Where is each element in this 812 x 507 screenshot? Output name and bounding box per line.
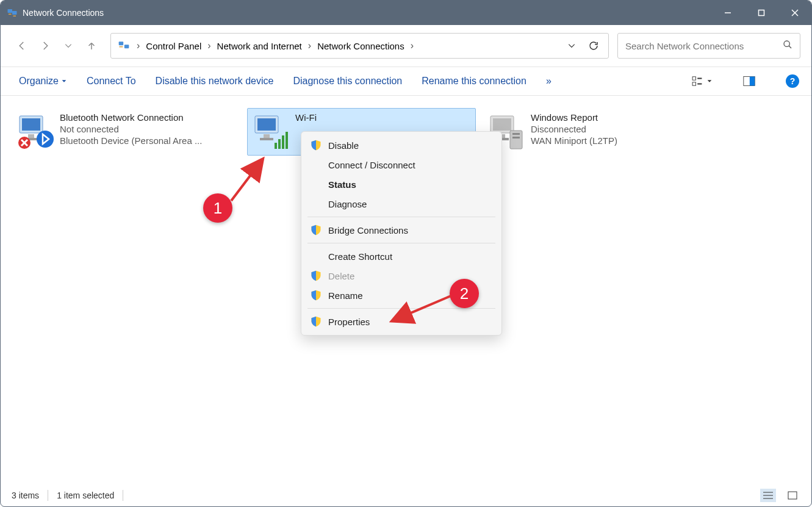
up-button[interactable] (81, 35, 102, 56)
ctx-status[interactable]: Status (301, 174, 501, 194)
details-view-button[interactable] (760, 489, 776, 502)
ctx-diagnose[interactable]: Diagnose (301, 194, 501, 214)
back-button[interactable] (12, 35, 32, 56)
svg-rect-18 (750, 77, 755, 86)
breadcrumb-chevron-icon[interactable]: › (304, 40, 315, 51)
svg-rect-32 (286, 132, 288, 149)
title-bar: Network Connections (1, 1, 811, 25)
connection-status: Disconnected (531, 124, 617, 134)
ctx-disable[interactable]: Disable (301, 135, 501, 155)
ctx-create-shortcut[interactable]: Create Shortcut (301, 246, 501, 266)
overflow-button[interactable]: » (546, 76, 552, 87)
status-separator (123, 490, 123, 501)
connect-to-button[interactable]: Connect To (87, 76, 136, 87)
svg-rect-3 (13, 16, 16, 17)
shield-icon (310, 139, 322, 151)
svg-rect-20 (22, 118, 40, 131)
shield-icon (310, 270, 322, 282)
svg-line-40 (231, 160, 262, 201)
nav-bar: › Control Panel › Network and Internet ›… (1, 25, 811, 67)
svg-rect-34 (493, 118, 511, 131)
shield-icon (310, 289, 322, 301)
breadcrumb-chevron-icon[interactable]: › (407, 40, 417, 51)
help-icon: ? (786, 74, 799, 88)
svg-rect-31 (282, 135, 284, 149)
rename-connection-button[interactable]: Rename this connection (422, 76, 526, 87)
search-box[interactable] (617, 33, 800, 59)
svg-rect-15 (692, 82, 695, 85)
connection-status: Not connected (60, 124, 202, 134)
connection-name: Bluetooth Network Connection (60, 112, 202, 123)
minimize-button[interactable] (711, 1, 744, 25)
network-connections-icon (7, 7, 18, 18)
refresh-button[interactable] (583, 40, 605, 51)
connection-device: WAN Miniport (L2TP) (531, 135, 617, 146)
breadcrumb-chevron-icon[interactable]: › (133, 40, 143, 51)
svg-rect-38 (512, 133, 520, 135)
connection-device: Bluetooth Device (Personal Area ... (60, 135, 202, 146)
svg-rect-39 (512, 137, 520, 138)
shield-icon (310, 315, 322, 328)
svg-rect-9 (124, 45, 129, 48)
shield-icon (310, 224, 322, 236)
status-item-count: 3 items (12, 491, 39, 500)
command-bar: Organize Connect To Disable this network… (1, 67, 811, 96)
maximize-button[interactable] (744, 1, 778, 25)
ctx-properties[interactable]: Properties (301, 312, 501, 331)
connection-bluetooth[interactable]: Bluetooth Network Connection Not connect… (12, 108, 240, 156)
status-bar: 3 items 1 item selected (1, 484, 811, 506)
connection-name: Windows Report (531, 112, 617, 123)
annotation-arrow-1 (228, 152, 270, 204)
svg-rect-1 (9, 14, 12, 15)
preview-pane-button[interactable] (743, 76, 755, 87)
diagnose-connection-button[interactable]: Diagnose this connection (293, 76, 402, 87)
window-title: Network Connections (23, 8, 711, 18)
large-icons-view-button[interactable] (785, 489, 800, 502)
window-controls (711, 1, 811, 25)
svg-point-23 (37, 131, 54, 148)
breadcrumb-control-panel[interactable]: Control Panel (143, 38, 204, 54)
forward-button[interactable] (35, 35, 56, 56)
view-options-button[interactable] (692, 76, 713, 87)
organize-menu[interactable]: Organize (19, 76, 67, 87)
svg-rect-29 (275, 143, 277, 149)
svg-rect-28 (260, 138, 273, 140)
close-button[interactable] (778, 1, 811, 25)
bluetooth-adapter-icon (16, 112, 55, 151)
svg-point-11 (784, 41, 789, 46)
ctx-separator (307, 308, 495, 309)
svg-rect-8 (119, 41, 124, 45)
recent-locations-button[interactable] (58, 35, 79, 56)
svg-rect-10 (120, 46, 123, 48)
ctx-connect-disconnect[interactable]: Connect / Disconnect (301, 155, 501, 174)
breadcrumb-network-connections[interactable]: Network Connections (315, 38, 407, 54)
svg-rect-13 (692, 77, 695, 80)
address-bar[interactable]: › Control Panel › Network and Internet ›… (110, 33, 609, 59)
status-selected-count: 1 item selected (57, 491, 114, 500)
svg-rect-0 (8, 9, 13, 13)
svg-rect-27 (264, 134, 270, 138)
help-button[interactable]: ? (786, 74, 799, 88)
search-icon[interactable] (783, 40, 792, 52)
ctx-separator (307, 217, 495, 217)
disable-device-button[interactable]: Disable this network device (156, 76, 274, 87)
wifi-adapter-icon (251, 112, 290, 151)
connection-windows-report[interactable]: Windows Report Disconnected WAN Miniport… (483, 108, 711, 156)
content-area: Bluetooth Network Connection Not connect… (1, 103, 811, 484)
svg-rect-21 (28, 134, 34, 138)
breadcrumb-network-and-internet[interactable]: Network and Internet (215, 38, 304, 54)
address-dropdown-button[interactable] (561, 41, 583, 50)
status-separator (48, 490, 48, 501)
location-icon (117, 40, 131, 52)
search-input[interactable] (625, 41, 783, 51)
breadcrumb-chevron-icon[interactable]: › (204, 40, 214, 51)
annotation-step-2: 2 (450, 279, 479, 308)
svg-rect-5 (758, 10, 764, 16)
svg-rect-45 (788, 492, 797, 499)
svg-line-12 (789, 46, 791, 48)
svg-rect-30 (278, 139, 281, 149)
annotation-step-1: 1 (203, 193, 232, 223)
ctx-bridge-connections[interactable]: Bridge Connections (301, 220, 501, 240)
ctx-separator (307, 243, 495, 243)
svg-rect-26 (257, 118, 276, 131)
